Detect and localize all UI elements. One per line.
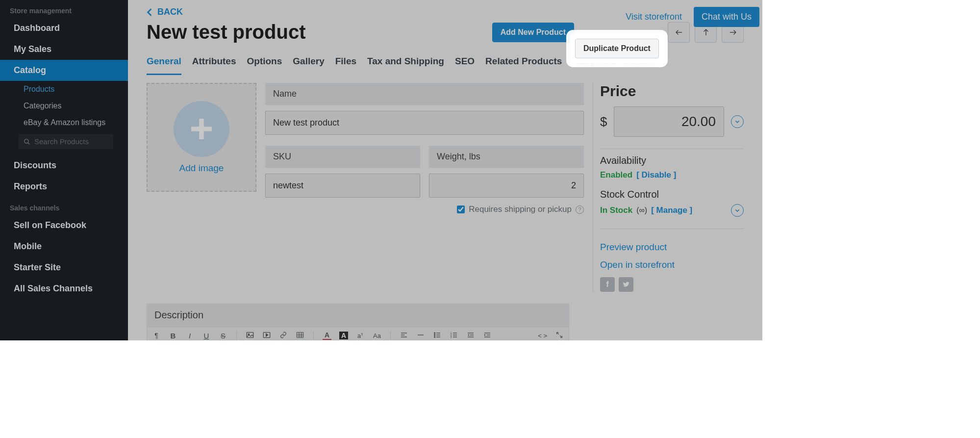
- tb-italic-icon[interactable]: I: [185, 332, 194, 340]
- top-right-links: Visit storefront Chat with Us: [626, 7, 759, 27]
- share-facebook-button[interactable]: f: [600, 277, 615, 292]
- svg-point-0: [25, 139, 28, 143]
- twitter-icon: [622, 281, 630, 288]
- sidebar-item-sell-on-facebook[interactable]: Sell on Facebook: [0, 215, 128, 236]
- chevron-down-icon: [734, 119, 740, 125]
- tb-strike-icon[interactable]: S: [219, 332, 227, 340]
- sidebar-item-dashboard[interactable]: Dashboard: [0, 18, 128, 39]
- search-input[interactable]: [34, 137, 127, 146]
- weight-input[interactable]: [429, 174, 584, 198]
- preview-product-link[interactable]: Preview product: [600, 242, 744, 253]
- price-expand-toggle[interactable]: [731, 115, 744, 128]
- tb-code-icon[interactable]: < >: [538, 332, 547, 339]
- sidebar-item-reports[interactable]: Reports: [0, 176, 128, 197]
- share-twitter-button[interactable]: [619, 277, 633, 292]
- requires-shipping-checkbox[interactable]: [457, 206, 465, 213]
- price-title: Price: [600, 83, 744, 100]
- add-image-icon: [174, 101, 229, 157]
- sidebar-section-title: Store management: [0, 0, 128, 18]
- sku-label: SKU: [265, 146, 420, 168]
- main-content: Visit storefront Chat with Us BACK New t…: [128, 0, 762, 340]
- tb-underline-icon[interactable]: U: [202, 332, 211, 340]
- name-label: Name: [265, 83, 584, 105]
- manage-stock-link[interactable]: [ Manage ]: [651, 206, 692, 215]
- price-panel: Price $ Availability Enabled [ Disable ]…: [593, 83, 744, 292]
- svg-line-1: [28, 143, 29, 144]
- tb-video-icon[interactable]: [262, 332, 271, 340]
- sidebar-item-mysales[interactable]: My Sales: [0, 39, 128, 60]
- tab-files[interactable]: Files: [335, 52, 356, 75]
- search-icon: [24, 138, 30, 145]
- description-block: Description ¶ B I U S A A aꜛ Aa: [147, 304, 569, 340]
- svg-rect-6: [191, 127, 212, 131]
- requires-shipping-label: Requires shipping or pickup: [469, 205, 572, 214]
- sidebar-sub-products[interactable]: Products: [0, 81, 128, 98]
- tb-outdent-icon[interactable]: [466, 332, 475, 340]
- tb-fontsize-icon[interactable]: aꜛ: [356, 332, 365, 339]
- tb-indent-icon[interactable]: [483, 332, 492, 340]
- tb-textcolor-icon[interactable]: A: [323, 331, 331, 340]
- currency-symbol: $: [600, 114, 607, 129]
- tab-general[interactable]: General: [147, 52, 181, 75]
- sidebar-section-title-channels: Sales channels: [0, 197, 128, 215]
- chat-with-us-button[interactable]: Chat with Us: [694, 7, 759, 27]
- svg-line-40: [557, 332, 559, 334]
- duplicate-product-button[interactable]: Duplicate Product: [575, 39, 659, 58]
- sidebar: Store management Dashboard My Sales Cata…: [0, 0, 128, 340]
- tb-paragraph-icon[interactable]: ¶: [152, 332, 161, 339]
- editor-toolbar: ¶ B I U S A A aꜛ Aa: [147, 327, 569, 340]
- arrow-left-icon: [675, 28, 683, 37]
- svg-point-22: [434, 336, 435, 337]
- add-new-product-button[interactable]: Add New Product: [492, 23, 574, 42]
- tb-ol-icon[interactable]: 123: [450, 332, 458, 340]
- tb-hr-icon[interactable]: [416, 332, 425, 340]
- tab-attributes[interactable]: Attributes: [192, 52, 236, 75]
- chevron-left-icon: [147, 8, 152, 17]
- svg-point-21: [434, 335, 435, 335]
- tb-image-icon[interactable]: [246, 332, 254, 340]
- svg-marker-35: [468, 334, 469, 336]
- sidebar-sub-categories[interactable]: Categories: [0, 98, 128, 114]
- visit-storefront-link[interactable]: Visit storefront: [626, 12, 682, 22]
- tb-bold-icon[interactable]: B: [169, 332, 177, 340]
- sidebar-sub-ebay-amazon[interactable]: eBay & Amazon listings: [0, 114, 128, 131]
- chevron-down-icon: [734, 207, 740, 213]
- tb-align-icon[interactable]: [400, 332, 408, 340]
- tab-related-products[interactable]: Related Products: [485, 52, 562, 75]
- sidebar-item-discounts[interactable]: Discounts: [0, 155, 128, 176]
- svg-marker-39: [484, 334, 486, 336]
- tab-seo[interactable]: SEO: [455, 52, 475, 75]
- weight-label: Weight, lbs: [429, 146, 584, 168]
- svg-point-20: [434, 333, 435, 334]
- tutorial-highlight: Duplicate Product: [570, 34, 664, 63]
- tab-options[interactable]: Options: [247, 52, 282, 75]
- tb-bgcolor-icon[interactable]: A: [339, 332, 348, 339]
- help-icon[interactable]: ?: [576, 206, 584, 214]
- price-input[interactable]: [614, 106, 724, 137]
- description-title: Description: [147, 304, 569, 327]
- sidebar-search[interactable]: [19, 134, 113, 149]
- tab-tax-shipping[interactable]: Tax and Shipping: [367, 52, 444, 75]
- tb-table-icon[interactable]: [296, 332, 304, 340]
- tb-ul-icon[interactable]: [433, 332, 442, 340]
- page-title: New test product: [147, 21, 492, 43]
- tb-fontcase-icon[interactable]: Aa: [373, 332, 381, 339]
- tab-gallery[interactable]: Gallery: [293, 52, 324, 75]
- sidebar-item-catalog[interactable]: Catalog: [0, 60, 128, 81]
- open-in-storefront-link[interactable]: Open in storefront: [600, 259, 744, 270]
- sidebar-item-mobile[interactable]: Mobile: [0, 236, 128, 257]
- svg-rect-11: [297, 332, 303, 337]
- stock-expand-toggle[interactable]: [731, 204, 744, 217]
- name-input[interactable]: [265, 111, 584, 135]
- sku-input[interactable]: [265, 174, 420, 198]
- availability-status: Enabled: [600, 170, 632, 180]
- image-uploader[interactable]: Add image: [147, 83, 256, 192]
- tb-fullscreen-icon[interactable]: [555, 332, 564, 340]
- tb-link-icon[interactable]: [279, 332, 288, 340]
- sidebar-item-starter-site[interactable]: Starter Site: [0, 257, 128, 278]
- sidebar-item-all-sales-channels[interactable]: All Sales Channels: [0, 278, 128, 299]
- stock-control-title: Stock Control: [600, 189, 744, 200]
- disable-link[interactable]: [ Disable ]: [636, 170, 676, 180]
- availability-title: Availability: [600, 155, 744, 166]
- svg-line-41: [560, 335, 562, 337]
